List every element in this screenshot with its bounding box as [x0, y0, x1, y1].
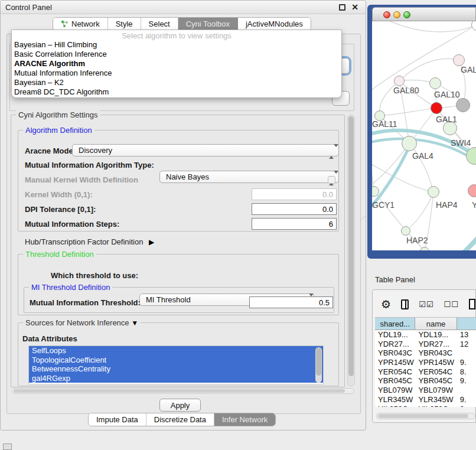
node-table[interactable]: shared... name YDL19... YDL19... 13 YDR2… [375, 317, 476, 407]
dropdown-item[interactable]: Bayesian – K2 [14, 78, 64, 87]
network-node-gal10[interactable] [429, 77, 441, 89]
node-label: SWI4 [451, 138, 471, 148]
apply-button[interactable]: Apply [159, 399, 201, 412]
group-title: Threshold Definition [23, 250, 96, 259]
deselect-all-icon[interactable]: ☐☐ [444, 300, 459, 309]
cell: YBR045C [415, 376, 457, 386]
collapsed-arrow-icon: ▶ [149, 238, 154, 246]
table-row[interactable]: YDL19... YDL19... 13 [375, 330, 476, 340]
list-item[interactable]: BetweennessCentrality [29, 364, 323, 374]
tab-discretize-data[interactable]: Discretize Data [146, 413, 214, 426]
table-row[interactable]: YDR27... YDR27... 12 [375, 340, 476, 349]
cell: 9. [457, 358, 476, 367]
data-attributes-list[interactable]: SelfLoops TopologicalCoefficient Between… [28, 345, 324, 384]
control-panel: Control Panel ✕ Network Style Select C [0, 0, 366, 431]
hub-section-toggle[interactable]: Hub/Transcription Factor Definition ▶ [25, 237, 154, 246]
list-item[interactable]: TopologicalCoefficient [29, 356, 323, 365]
table-row[interactable]: YPR145W YPR145W 9. [375, 358, 476, 367]
list-scrollbar[interactable] [315, 347, 322, 383]
sources-title: Sources for Network Inference [25, 318, 129, 327]
tab-cyni-toolbox[interactable]: Cyni Toolbox [178, 18, 238, 30]
network-node-hap4[interactable] [428, 186, 439, 198]
network-view-window: GAL GAL80 GAL10 GAL1 GAL11 SWI4 GAL4 GCY… [367, 5, 476, 259]
dropdown-item[interactable]: Dream8 DC_TDC Algorithm [14, 87, 109, 96]
mi-steps-field[interactable]: 6 [252, 218, 337, 230]
network-node-gal4[interactable] [402, 136, 417, 151]
list-item[interactable]: gal4RGexp [29, 374, 323, 383]
aracne-mode-combo[interactable]: Discovery [72, 144, 339, 156]
network-window-titlebar[interactable] [372, 7, 476, 21]
expanded-arrow-icon: ▼ [131, 319, 138, 327]
table-row[interactable]: YBR045C YBR045C 9. [375, 376, 476, 386]
tab-network[interactable]: Network [53, 18, 108, 30]
node-label: GAL10 [434, 90, 460, 99]
network-node-gal1[interactable] [431, 102, 442, 114]
hub-section-label: Hub/Transcription Factor Definition [25, 237, 143, 246]
top-tab-bar: Network Style Select Cyni Toolbox jActiv… [53, 17, 311, 31]
column-header-shared[interactable]: shared... [375, 317, 415, 330]
table-row[interactable]: YIL052C YIL052C 9. [375, 405, 476, 407]
float-window-icon[interactable] [339, 4, 345, 11]
manual-kernel-checkbox[interactable] [328, 176, 335, 184]
node-label: HAP2 [406, 236, 428, 245]
spinner-icon [329, 147, 334, 156]
sources-toggle[interactable]: Sources for Network Inference ▼ [23, 318, 141, 327]
list-item[interactable]: SelfLoops [29, 346, 323, 356]
node-label: GAL11 [372, 119, 397, 129]
network-node[interactable] [456, 98, 470, 112]
panel-splitter-handle[interactable]: ⋰ [360, 217, 363, 222]
tab-style[interactable]: Style [108, 18, 141, 30]
minimized-panel-icon[interactable] [3, 444, 12, 450]
node-label: GAL1 [436, 115, 457, 124]
cell: 9. [457, 376, 476, 386]
table-row[interactable]: YBL079W YBL079W [375, 386, 476, 395]
split-columns-icon[interactable] [401, 299, 409, 309]
kernel-width-field[interactable]: 0.0 [252, 188, 337, 200]
dropdown-item[interactable]: Basic Correlation Inference [14, 50, 107, 58]
field-value: 0.0 [322, 190, 333, 199]
page-icon[interactable] [469, 299, 475, 309]
minimize-window-icon[interactable] [393, 11, 400, 18]
tab-label: Style [116, 19, 133, 28]
close-icon[interactable]: ✕ [351, 2, 358, 12]
network-canvas[interactable]: GAL GAL80 GAL10 GAL1 GAL11 SWI4 GAL4 GCY… [372, 21, 476, 250]
dropdown-item[interactable]: Bayesian – Hill Climbing [14, 40, 97, 49]
close-window-icon[interactable] [383, 11, 390, 18]
tab-select[interactable]: Select [141, 18, 178, 30]
mi-threshold-label: Mutual Information Threshold: [30, 298, 141, 307]
gear-icon[interactable]: ⚙ [381, 299, 391, 310]
select-all-icon[interactable]: ☑☑ [419, 300, 433, 309]
cell: YIL052C [375, 405, 415, 407]
column-header[interactable] [457, 317, 476, 330]
tab-impute-data[interactable]: Impute Data [89, 413, 146, 426]
tab-infer-network[interactable]: Infer Network [214, 413, 275, 426]
table-horizontal-scrollbar[interactable] [376, 413, 475, 419]
manual-kernel-label: Manual Kernel Width Definition [25, 175, 138, 184]
table-row[interactable]: YER054C YER054C 8. [375, 367, 476, 377]
zoom-window-icon[interactable] [403, 11, 410, 18]
tab-label: jActiveMNodules [246, 19, 303, 28]
group-title: Cyni Algorithm Settings [16, 110, 100, 119]
settings-vertical-scrollbar[interactable] [347, 115, 355, 386]
dpi-tolerance-field[interactable]: 0.0 [252, 203, 337, 215]
column-header-name[interactable]: name [415, 317, 457, 330]
tab-label: Select [149, 19, 170, 28]
tab-jactivemnodules[interactable]: jActiveMNodules [238, 18, 311, 30]
network-node-hap2[interactable] [401, 226, 410, 236]
table-row[interactable]: YBR043C YBR043C [375, 348, 476, 358]
node-label: GCY1 [372, 200, 395, 210]
settings-horizontal-scrollbar[interactable] [12, 388, 354, 394]
cell: YDR27... [375, 340, 415, 349]
dropdown-item[interactable]: Mutual Information Inference [14, 69, 112, 77]
field-value: 0.5 [319, 298, 330, 307]
table-panel-title: Table Panel [375, 275, 415, 284]
mi-type-combo[interactable]: Naive Bayes [159, 171, 339, 183]
dropdown-item-highlighted[interactable]: ARACNE Algorithm [14, 59, 85, 68]
cell: YLR345W [375, 395, 415, 405]
network-node-gal80[interactable] [394, 76, 405, 86]
mi-threshold-field[interactable]: 0.5 [249, 296, 333, 308]
cell: YBR045C [375, 376, 415, 386]
network-node[interactable] [453, 54, 465, 66]
table-header-row: shared... name [375, 317, 476, 330]
table-row[interactable]: YLR345W YLR345W 9. [375, 395, 476, 405]
